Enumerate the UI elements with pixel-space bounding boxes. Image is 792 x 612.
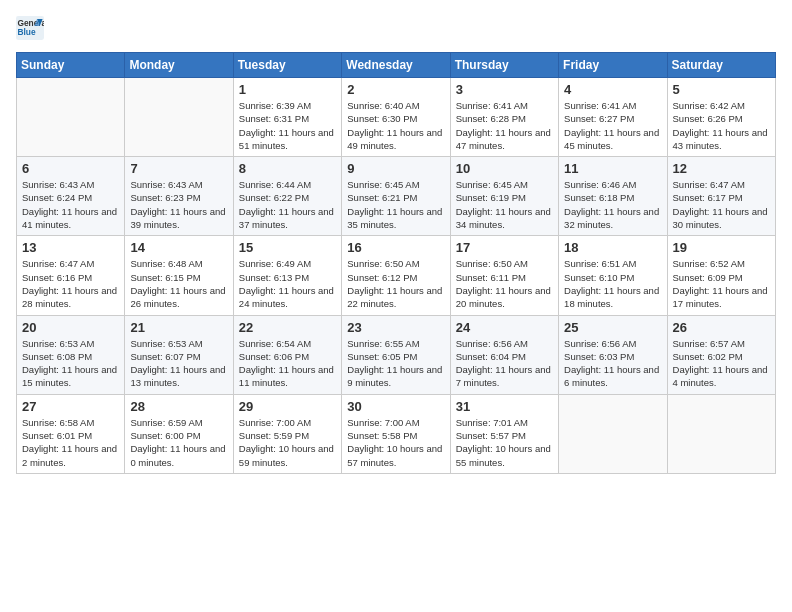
weekday-header-row: SundayMondayTuesdayWednesdayThursdayFrid…	[17, 53, 776, 78]
day-info: Sunrise: 6:40 AM Sunset: 6:30 PM Dayligh…	[347, 99, 444, 152]
day-info: Sunrise: 6:59 AM Sunset: 6:00 PM Dayligh…	[130, 416, 227, 469]
day-number: 29	[239, 399, 336, 414]
calendar-container: General Blue SundayMondayTuesdayWednesda…	[0, 0, 792, 482]
weekday-header-friday: Friday	[559, 53, 667, 78]
calendar-cell: 20Sunrise: 6:53 AM Sunset: 6:08 PM Dayli…	[17, 315, 125, 394]
calendar-week-row: 6Sunrise: 6:43 AM Sunset: 6:24 PM Daylig…	[17, 157, 776, 236]
day-info: Sunrise: 7:00 AM Sunset: 5:58 PM Dayligh…	[347, 416, 444, 469]
day-info: Sunrise: 6:44 AM Sunset: 6:22 PM Dayligh…	[239, 178, 336, 231]
calendar-body: 1Sunrise: 6:39 AM Sunset: 6:31 PM Daylig…	[17, 78, 776, 474]
calendar-table: SundayMondayTuesdayWednesdayThursdayFrid…	[16, 52, 776, 474]
day-number: 2	[347, 82, 444, 97]
day-info: Sunrise: 6:47 AM Sunset: 6:17 PM Dayligh…	[673, 178, 770, 231]
header: General Blue	[16, 16, 776, 40]
day-info: Sunrise: 6:55 AM Sunset: 6:05 PM Dayligh…	[347, 337, 444, 390]
day-info: Sunrise: 6:45 AM Sunset: 6:19 PM Dayligh…	[456, 178, 553, 231]
calendar-cell: 18Sunrise: 6:51 AM Sunset: 6:10 PM Dayli…	[559, 236, 667, 315]
calendar-cell: 23Sunrise: 6:55 AM Sunset: 6:05 PM Dayli…	[342, 315, 450, 394]
day-number: 31	[456, 399, 553, 414]
day-info: Sunrise: 6:51 AM Sunset: 6:10 PM Dayligh…	[564, 257, 661, 310]
calendar-cell: 30Sunrise: 7:00 AM Sunset: 5:58 PM Dayli…	[342, 394, 450, 473]
calendar-cell: 8Sunrise: 6:44 AM Sunset: 6:22 PM Daylig…	[233, 157, 341, 236]
day-info: Sunrise: 7:00 AM Sunset: 5:59 PM Dayligh…	[239, 416, 336, 469]
calendar-week-row: 1Sunrise: 6:39 AM Sunset: 6:31 PM Daylig…	[17, 78, 776, 157]
calendar-cell: 25Sunrise: 6:56 AM Sunset: 6:03 PM Dayli…	[559, 315, 667, 394]
day-info: Sunrise: 6:49 AM Sunset: 6:13 PM Dayligh…	[239, 257, 336, 310]
calendar-cell: 16Sunrise: 6:50 AM Sunset: 6:12 PM Dayli…	[342, 236, 450, 315]
calendar-cell: 27Sunrise: 6:58 AM Sunset: 6:01 PM Dayli…	[17, 394, 125, 473]
svg-text:Blue: Blue	[17, 27, 35, 37]
calendar-week-row: 27Sunrise: 6:58 AM Sunset: 6:01 PM Dayli…	[17, 394, 776, 473]
day-number: 7	[130, 161, 227, 176]
day-info: Sunrise: 6:48 AM Sunset: 6:15 PM Dayligh…	[130, 257, 227, 310]
calendar-header: SundayMondayTuesdayWednesdayThursdayFrid…	[17, 53, 776, 78]
calendar-cell: 5Sunrise: 6:42 AM Sunset: 6:26 PM Daylig…	[667, 78, 775, 157]
day-info: Sunrise: 6:43 AM Sunset: 6:23 PM Dayligh…	[130, 178, 227, 231]
day-info: Sunrise: 6:42 AM Sunset: 6:26 PM Dayligh…	[673, 99, 770, 152]
day-number: 8	[239, 161, 336, 176]
calendar-cell: 1Sunrise: 6:39 AM Sunset: 6:31 PM Daylig…	[233, 78, 341, 157]
day-info: Sunrise: 6:57 AM Sunset: 6:02 PM Dayligh…	[673, 337, 770, 390]
calendar-cell: 19Sunrise: 6:52 AM Sunset: 6:09 PM Dayli…	[667, 236, 775, 315]
day-info: Sunrise: 6:43 AM Sunset: 6:24 PM Dayligh…	[22, 178, 119, 231]
day-number: 30	[347, 399, 444, 414]
calendar-cell	[667, 394, 775, 473]
day-info: Sunrise: 6:53 AM Sunset: 6:07 PM Dayligh…	[130, 337, 227, 390]
calendar-cell: 29Sunrise: 7:00 AM Sunset: 5:59 PM Dayli…	[233, 394, 341, 473]
calendar-cell: 6Sunrise: 6:43 AM Sunset: 6:24 PM Daylig…	[17, 157, 125, 236]
calendar-cell: 12Sunrise: 6:47 AM Sunset: 6:17 PM Dayli…	[667, 157, 775, 236]
day-info: Sunrise: 6:45 AM Sunset: 6:21 PM Dayligh…	[347, 178, 444, 231]
logo: General Blue	[16, 16, 48, 40]
calendar-cell	[17, 78, 125, 157]
calendar-cell: 28Sunrise: 6:59 AM Sunset: 6:00 PM Dayli…	[125, 394, 233, 473]
calendar-cell: 7Sunrise: 6:43 AM Sunset: 6:23 PM Daylig…	[125, 157, 233, 236]
weekday-header-sunday: Sunday	[17, 53, 125, 78]
day-number: 23	[347, 320, 444, 335]
calendar-cell: 3Sunrise: 6:41 AM Sunset: 6:28 PM Daylig…	[450, 78, 558, 157]
day-number: 9	[347, 161, 444, 176]
weekday-header-thursday: Thursday	[450, 53, 558, 78]
day-info: Sunrise: 6:50 AM Sunset: 6:11 PM Dayligh…	[456, 257, 553, 310]
day-number: 10	[456, 161, 553, 176]
day-number: 28	[130, 399, 227, 414]
day-number: 22	[239, 320, 336, 335]
day-info: Sunrise: 7:01 AM Sunset: 5:57 PM Dayligh…	[456, 416, 553, 469]
day-number: 3	[456, 82, 553, 97]
day-number: 19	[673, 240, 770, 255]
calendar-cell: 10Sunrise: 6:45 AM Sunset: 6:19 PM Dayli…	[450, 157, 558, 236]
weekday-header-saturday: Saturday	[667, 53, 775, 78]
day-info: Sunrise: 6:47 AM Sunset: 6:16 PM Dayligh…	[22, 257, 119, 310]
day-number: 15	[239, 240, 336, 255]
day-number: 21	[130, 320, 227, 335]
day-number: 14	[130, 240, 227, 255]
day-number: 4	[564, 82, 661, 97]
day-info: Sunrise: 6:56 AM Sunset: 6:04 PM Dayligh…	[456, 337, 553, 390]
day-number: 26	[673, 320, 770, 335]
day-number: 20	[22, 320, 119, 335]
calendar-cell: 2Sunrise: 6:40 AM Sunset: 6:30 PM Daylig…	[342, 78, 450, 157]
day-info: Sunrise: 6:50 AM Sunset: 6:12 PM Dayligh…	[347, 257, 444, 310]
day-info: Sunrise: 6:56 AM Sunset: 6:03 PM Dayligh…	[564, 337, 661, 390]
day-number: 6	[22, 161, 119, 176]
day-number: 18	[564, 240, 661, 255]
day-number: 27	[22, 399, 119, 414]
calendar-cell: 21Sunrise: 6:53 AM Sunset: 6:07 PM Dayli…	[125, 315, 233, 394]
weekday-header-tuesday: Tuesday	[233, 53, 341, 78]
day-number: 11	[564, 161, 661, 176]
day-info: Sunrise: 6:58 AM Sunset: 6:01 PM Dayligh…	[22, 416, 119, 469]
day-number: 24	[456, 320, 553, 335]
calendar-cell: 26Sunrise: 6:57 AM Sunset: 6:02 PM Dayli…	[667, 315, 775, 394]
day-number: 1	[239, 82, 336, 97]
day-number: 13	[22, 240, 119, 255]
calendar-cell: 4Sunrise: 6:41 AM Sunset: 6:27 PM Daylig…	[559, 78, 667, 157]
day-info: Sunrise: 6:52 AM Sunset: 6:09 PM Dayligh…	[673, 257, 770, 310]
day-info: Sunrise: 6:53 AM Sunset: 6:08 PM Dayligh…	[22, 337, 119, 390]
day-info: Sunrise: 6:54 AM Sunset: 6:06 PM Dayligh…	[239, 337, 336, 390]
calendar-cell	[559, 394, 667, 473]
weekday-header-monday: Monday	[125, 53, 233, 78]
calendar-cell: 15Sunrise: 6:49 AM Sunset: 6:13 PM Dayli…	[233, 236, 341, 315]
calendar-week-row: 20Sunrise: 6:53 AM Sunset: 6:08 PM Dayli…	[17, 315, 776, 394]
weekday-header-wednesday: Wednesday	[342, 53, 450, 78]
calendar-cell: 9Sunrise: 6:45 AM Sunset: 6:21 PM Daylig…	[342, 157, 450, 236]
calendar-cell: 11Sunrise: 6:46 AM Sunset: 6:18 PM Dayli…	[559, 157, 667, 236]
